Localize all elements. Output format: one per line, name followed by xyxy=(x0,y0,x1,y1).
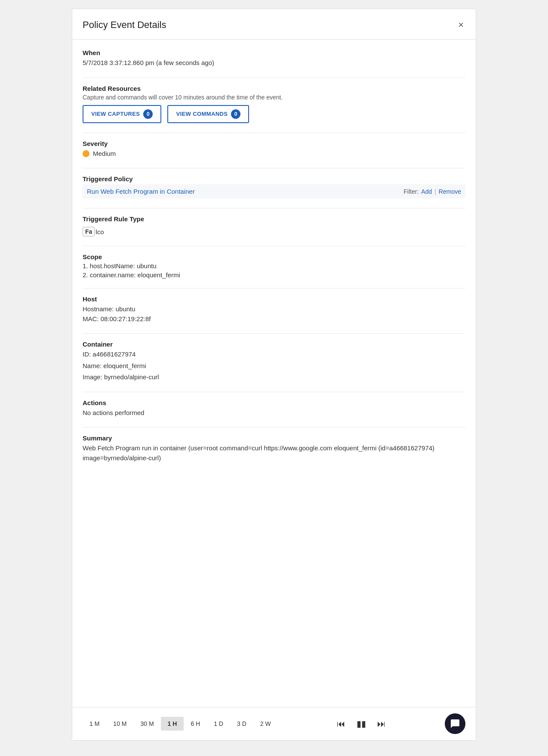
time-tab-1d[interactable]: 1 D xyxy=(207,717,230,731)
divider-2 xyxy=(83,133,465,133)
when-label: When xyxy=(83,49,465,56)
severity-dot-icon xyxy=(83,150,89,157)
related-resources-label: Related Resources xyxy=(83,85,465,92)
filter-add-link[interactable]: Add xyxy=(421,188,432,195)
divider-5 xyxy=(83,246,465,246)
severity-section: Severity Medium xyxy=(83,140,465,159)
skip-forward-button[interactable]: ⏭ xyxy=(374,717,389,731)
scope-label: Scope xyxy=(83,253,465,260)
summary-label: Summary xyxy=(83,434,465,442)
host-hostname: Hostname: ubuntu xyxy=(83,304,465,314)
chat-button[interactable] xyxy=(445,713,465,734)
filter-label: Filter: xyxy=(403,188,419,195)
when-section: When 5/7/2018 3:37:12.860 pm (a few seco… xyxy=(83,49,465,68)
divider-8 xyxy=(83,392,465,392)
summary-section: Summary Web Fetch Program run in contain… xyxy=(83,434,465,463)
triggered-rule-type-section: Triggered Rule Type Fa lco xyxy=(83,215,465,236)
time-tab-1m[interactable]: 1 M xyxy=(83,717,106,731)
filter-separator: | xyxy=(434,188,436,195)
divider-7 xyxy=(83,333,465,334)
container-section: Container ID: a46681627974 Name: eloquen… xyxy=(83,341,465,382)
time-tabs: 1 M 10 M 30 M 1 H 6 H 1 D 3 D 2 W xyxy=(83,717,278,731)
falco-icon: Fa xyxy=(83,227,95,236)
container-name: Name: eloquent_fermi xyxy=(83,361,465,371)
time-tab-10m[interactable]: 10 M xyxy=(106,717,133,731)
policy-event-details-panel: Policy Event Details × When 5/7/2018 3:3… xyxy=(72,9,476,741)
divider-6 xyxy=(83,288,465,288)
related-resources-buttons: VIEW CAPTURES 0 VIEW COMMANDS 0 xyxy=(83,105,465,123)
host-section: Host Hostname: ubuntu MAC: 08:00:27:19:2… xyxy=(83,295,465,324)
triggered-policy-section: Triggered Policy Run Web Fetch Program i… xyxy=(83,175,465,198)
view-commands-label: VIEW COMMANDS xyxy=(176,111,228,117)
divider-1 xyxy=(83,77,465,78)
container-id: ID: a46681627974 xyxy=(83,350,465,359)
panel-body: When 5/7/2018 3:37:12.860 pm (a few seco… xyxy=(72,40,476,707)
pause-button[interactable]: ▮▮ xyxy=(353,717,369,731)
severity-row: Medium xyxy=(83,149,465,159)
actions-section: Actions No actions performed xyxy=(83,399,465,418)
host-label: Host xyxy=(83,295,465,303)
host-mac: MAC: 08:00:27:19:22:8f xyxy=(83,314,465,324)
severity-value: Medium xyxy=(93,149,116,159)
playback-controls: ⏮ ▮▮ ⏭ xyxy=(333,717,389,731)
view-captures-button[interactable]: VIEW CAPTURES 0 xyxy=(83,105,161,123)
time-tab-2w[interactable]: 2 W xyxy=(253,717,278,731)
time-tab-3d[interactable]: 3 D xyxy=(230,717,253,731)
chat-icon xyxy=(450,719,460,729)
time-tab-1h[interactable]: 1 H xyxy=(161,717,184,731)
skip-back-button[interactable]: ⏮ xyxy=(333,717,349,731)
scope-section: Scope 1. host.hostName: ubuntu 2. contai… xyxy=(83,253,465,279)
summary-value: Web Fetch Program run in container (user… xyxy=(83,443,465,463)
triggered-rule-type-label: Triggered Rule Type xyxy=(83,215,465,223)
panel-title: Policy Event Details xyxy=(83,19,166,31)
rule-type-box: Fa lco xyxy=(83,227,104,236)
triggered-policy-label: Triggered Policy xyxy=(83,175,465,183)
time-tab-30m[interactable]: 30 M xyxy=(133,717,160,731)
policy-row: Run Web Fetch Program in Container Filte… xyxy=(83,184,465,198)
view-commands-badge: 0 xyxy=(231,109,240,119)
panel-footer: 1 M 10 M 30 M 1 H 6 H 1 D 3 D 2 W ⏮ ▮▮ ⏭ xyxy=(72,707,476,740)
container-image: Image: byrnedo/alpine-curl xyxy=(83,372,465,382)
falco-text: lco xyxy=(95,228,104,235)
divider-3 xyxy=(83,168,465,168)
actions-value: No actions performed xyxy=(83,408,465,418)
filter-row: Filter: Add | Remove xyxy=(403,188,461,195)
actions-label: Actions xyxy=(83,399,465,406)
scope-item-1: 1. host.hostName: ubuntu xyxy=(83,262,465,270)
filter-remove-link[interactable]: Remove xyxy=(439,188,461,195)
scope-item-2: 2. container.name: eloquent_fermi xyxy=(83,271,465,279)
time-tab-6h[interactable]: 6 H xyxy=(184,717,207,731)
when-value: 5/7/2018 3:37:12.860 pm (a few seconds a… xyxy=(83,58,465,68)
related-resources-section: Related Resources Capture and commands w… xyxy=(83,85,465,123)
view-captures-label: VIEW CAPTURES xyxy=(91,111,140,117)
divider-9 xyxy=(83,427,465,428)
view-commands-button[interactable]: VIEW COMMANDS 0 xyxy=(167,105,249,123)
close-button[interactable]: × xyxy=(456,19,465,31)
view-captures-badge: 0 xyxy=(143,109,153,119)
container-label: Container xyxy=(83,341,465,348)
related-resources-description: Capture and commands will cover 10 minut… xyxy=(83,94,465,101)
policy-link[interactable]: Run Web Fetch Program in Container xyxy=(87,188,195,195)
divider-4 xyxy=(83,208,465,208)
panel-header: Policy Event Details × xyxy=(72,9,476,40)
severity-label: Severity xyxy=(83,140,465,147)
